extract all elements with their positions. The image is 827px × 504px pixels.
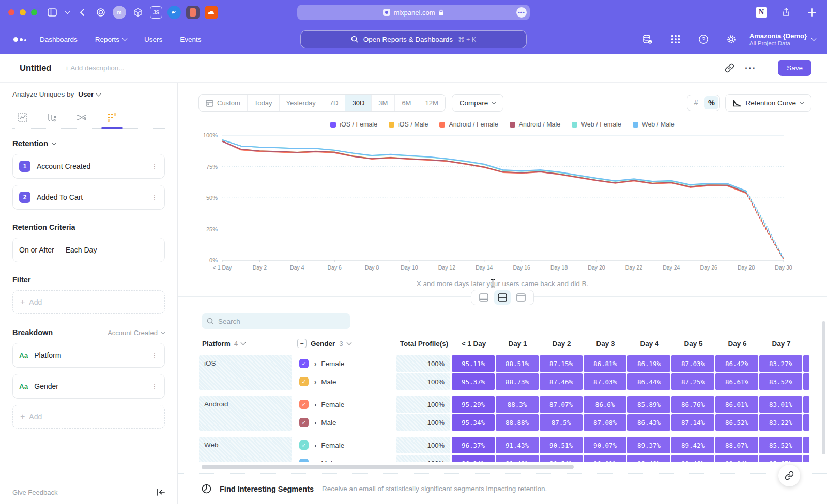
chevron-down-icon[interactable]	[63, 6, 71, 19]
retention-value-cell[interactable]: 85.89%	[627, 396, 670, 413]
segments-title[interactable]: Find Interesting Segments	[220, 485, 314, 493]
apps-grid-icon[interactable]	[669, 33, 682, 46]
retention-value-cell[interactable]: 86.44%	[627, 373, 670, 390]
analyze-value[interactable]: User	[78, 90, 94, 98]
extension-js-icon[interactable]: JS	[150, 6, 162, 19]
retention-section-header[interactable]: Retention	[12, 139, 165, 148]
series-checkbox[interactable]: ✓	[299, 418, 309, 427]
vertical-scrollbar[interactable]	[822, 321, 825, 454]
extensions-menu-icon[interactable]: •••	[516, 7, 527, 18]
more-options-button[interactable]: ···	[745, 64, 756, 73]
retention-value-cell[interactable]: 87.25%	[671, 373, 714, 390]
traffic-light-zoom[interactable]	[31, 9, 37, 15]
column-header[interactable]: Day 7	[759, 340, 803, 348]
retention-line-chart[interactable]: 100%75%50%25%0%< 1 DayDay 2Day 4Day 6Day…	[198, 130, 827, 274]
platform-cell[interactable]: Android	[199, 396, 292, 431]
nav-item-events[interactable]: Events	[180, 36, 201, 43]
breakdown-card-platform[interactable]: Aa Platform ⋮	[12, 343, 165, 368]
retention-value-cell[interactable]: 90.51%	[540, 437, 583, 453]
horizontal-scrollbar[interactable]	[202, 465, 574, 469]
retention-value-cell[interactable]: 86.19%	[627, 355, 670, 372]
expand-chevron-icon[interactable]: ›	[314, 401, 316, 408]
series-checkbox[interactable]: ✓	[299, 440, 309, 450]
retention-value-cell[interactable]: 89.37%	[627, 437, 670, 453]
column-header[interactable]: Day 5	[671, 340, 715, 348]
retention-value-cell[interactable]: 95.34%	[452, 414, 495, 431]
extension-soundcloud-icon[interactable]	[205, 6, 218, 19]
expand-chevron-icon[interactable]: ›	[314, 360, 316, 368]
add-breakdown-button[interactable]: +Add	[12, 405, 165, 429]
total-profiles-cell[interactable]: 100%	[396, 437, 450, 453]
retention-value-cell[interactable]: 90.01%	[584, 455, 626, 462]
retention-value-cell[interactable]: 91.41%	[496, 455, 539, 462]
column-header[interactable]: Day 6	[715, 340, 759, 348]
column-header[interactable]: Day 4	[627, 340, 671, 348]
retention-value-cell[interactable]: 89.48%	[627, 455, 670, 462]
retention-value-cell[interactable]: 88.07%	[715, 437, 758, 453]
extension-target-icon[interactable]	[94, 6, 108, 19]
step-card-account-created[interactable]: 1 Account Created ⋮	[12, 154, 165, 179]
percent-toggle[interactable]: %	[704, 96, 718, 109]
nav-item-reports[interactable]: Reports	[95, 36, 127, 43]
retention-value-cell[interactable]: 86.6%	[584, 396, 626, 413]
retention-value-cell[interactable]: 95.11%	[452, 355, 495, 372]
new-tab-icon[interactable]	[805, 6, 819, 19]
retention-value-cell[interactable]: 87.08%	[584, 414, 626, 431]
nav-item-users[interactable]: Users	[144, 36, 162, 43]
compare-button[interactable]: Compare	[452, 94, 504, 112]
retention-value-cell[interactable]: 87.14%	[671, 414, 714, 431]
range-6m[interactable]: 6M	[395, 94, 418, 111]
step-card-added-to-cart[interactable]: 2 Added To Cart ⋮	[12, 185, 165, 210]
retention-value-cell[interactable]: 87.46%	[540, 373, 583, 390]
global-search[interactable]: Open Reports & Dashboards ⌘ + K	[300, 30, 527, 48]
traffic-light-close[interactable]	[8, 9, 14, 15]
series-checkbox[interactable]: ✓	[299, 377, 309, 386]
retention-value-cell[interactable]: 87.07%	[540, 396, 583, 413]
total-profiles-cell[interactable]: 100%	[396, 414, 450, 431]
gender-column-header[interactable]: − Gender3	[297, 339, 396, 348]
retention-value-cell[interactable]: 89.42%	[671, 437, 714, 453]
breakdown-card-gender[interactable]: Aa Gender ⋮	[12, 374, 165, 399]
retention-value-cell[interactable]: 88.51%	[496, 355, 539, 372]
retention-value-cell[interactable]: 88.73%	[496, 373, 539, 390]
series-checkbox[interactable]: ✓	[299, 400, 309, 409]
save-button[interactable]: Save	[778, 60, 811, 76]
traffic-light-minimize[interactable]	[20, 9, 26, 15]
kebab-menu-icon[interactable]: ⋮	[151, 164, 158, 169]
retention-value-cell[interactable]: 83.22%	[759, 414, 802, 431]
share-link-floating-button[interactable]	[778, 465, 800, 486]
criteria-operator[interactable]: On or After	[19, 246, 54, 254]
kebab-menu-icon[interactable]: ⋮	[151, 384, 158, 389]
retention-value-cell[interactable]: 86.43%	[627, 414, 670, 431]
retention-criteria-card[interactable]: On or After Each Day	[12, 238, 165, 262]
table-only-view-toggle[interactable]	[513, 290, 529, 305]
platform-cell[interactable]: Web	[199, 437, 292, 462]
range-custom[interactable]: Custom	[199, 94, 248, 111]
retention-value-cell[interactable]: 89.46%	[671, 455, 714, 462]
legend-item[interactable]: Web / Male	[633, 121, 675, 128]
mixpanel-logo[interactable]	[13, 37, 26, 42]
retention-value-cell[interactable]: 95.37%	[452, 373, 495, 390]
series-checkbox[interactable]: ✓	[299, 359, 309, 368]
table-search-input[interactable]: Search	[202, 313, 350, 329]
extension-cube-icon[interactable]	[131, 6, 145, 19]
platform-cell[interactable]: iOS	[199, 355, 292, 390]
retention-value-cell[interactable]: 88.3%	[496, 396, 539, 413]
select-all-checkbox[interactable]: −	[297, 339, 307, 348]
retention-value-cell[interactable]: 87.5%	[540, 414, 583, 431]
retention-value-cell[interactable]: 96.34%	[452, 455, 495, 462]
total-profiles-cell[interactable]: 100%	[396, 455, 450, 462]
expand-chevron-icon[interactable]: ›	[314, 419, 316, 427]
legend-item[interactable]: Android / Male	[510, 121, 561, 128]
address-bar[interactable]: mixpanel.com •••	[297, 5, 530, 20]
add-description[interactable]: + Add description...	[65, 64, 124, 72]
column-header[interactable]: Day 2	[540, 340, 584, 348]
help-icon[interactable]: ?	[697, 33, 710, 46]
platform-column-header[interactable]: Platform4	[199, 340, 297, 348]
total-profiles-cell[interactable]: 100%	[396, 396, 450, 413]
breakdown-scope-dropdown[interactable]: Account Created	[108, 329, 165, 337]
retention-value-cell[interactable]: 87.15%	[540, 355, 583, 372]
collapse-sidebar-icon[interactable]	[157, 489, 165, 496]
notion-extension-icon[interactable]: N	[756, 7, 767, 18]
retention-value-cell[interactable]: 96.37%	[452, 437, 495, 453]
